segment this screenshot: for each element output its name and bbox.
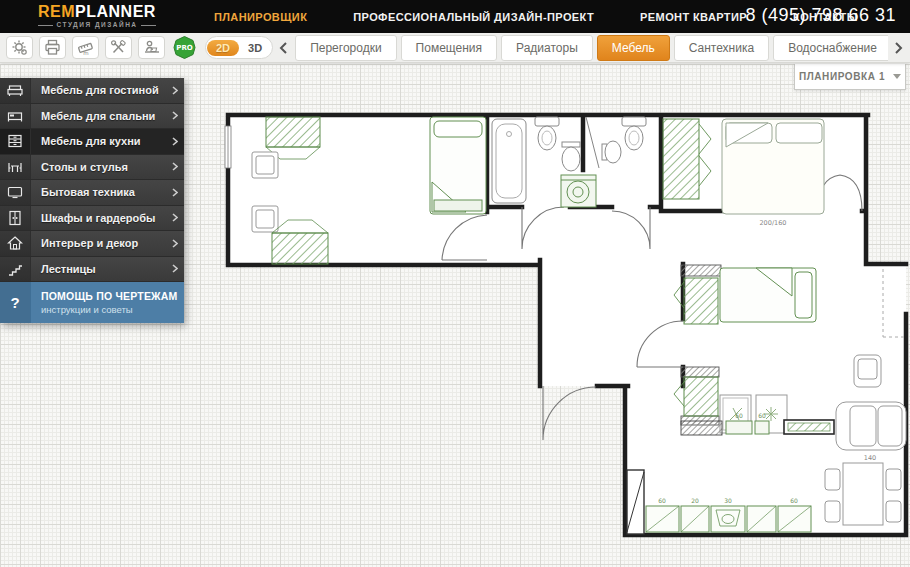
sidebar-item-label: Мебель для кухни — [31, 129, 166, 154]
nav-planner[interactable]: ПЛАНИРОВЩИК — [214, 11, 307, 23]
chevron-right-icon — [894, 42, 903, 54]
ruler-icon: m — [77, 39, 95, 56]
phone-number: 8 (495) 798 66 31 — [745, 5, 896, 26]
kitchen-counter[interactable] — [726, 421, 769, 434]
chevron-right-icon — [166, 206, 184, 231]
chevron-right-icon — [166, 257, 184, 282]
view-3d-button[interactable]: 3D — [239, 40, 271, 56]
sink[interactable] — [562, 142, 580, 171]
drawing-canvas[interactable]: ПЛАНИРОВКА 1 — [0, 64, 910, 567]
view-2d-button[interactable]: 2D — [207, 40, 239, 56]
question-mark-icon: ? — [0, 282, 31, 323]
chevron-right-icon — [166, 155, 184, 180]
counter-dimension-label: 30 — [724, 497, 732, 504]
table-chairs-icon — [0, 155, 31, 180]
help-title: ПОМОЩЬ ПО ЧЕРТЕЖАМ — [41, 290, 184, 302]
side-table[interactable] — [252, 152, 278, 178]
sidebar-item-label: Мебель для спальни — [31, 104, 166, 129]
niche[interactable] — [681, 265, 721, 276]
category-tabs: Перегородки Помещения Радиаторы Мебель С… — [295, 35, 888, 61]
counter-dimension-label: 20 — [691, 497, 699, 504]
sink[interactable] — [602, 141, 621, 163]
bed-dimension-label: 200/160 — [759, 219, 786, 227]
svg-text:PRO: PRO — [176, 44, 193, 52]
pro-icon: PRO — [172, 35, 197, 60]
double-bed[interactable] — [722, 119, 824, 214]
tools-button[interactable] — [105, 36, 132, 59]
single-bed[interactable] — [720, 268, 816, 322]
chevron-right-icon — [166, 129, 184, 154]
nav-design-project[interactable]: ПРОФЕССИОНАЛЬНЫЙ ДИЗАЙН-ПРОЕКТ — [353, 11, 594, 23]
tabs-scroll-left[interactable] — [275, 36, 291, 59]
furniture-sidebar: Мебель для гостиной Мебель для спальни М… — [0, 78, 184, 323]
stove[interactable] — [681, 421, 722, 435]
caret-down-icon — [893, 74, 901, 79]
logo-wordmark: REMPLANNER — [38, 4, 156, 20]
counter-dimension-label: 60 — [658, 497, 666, 504]
bathtub[interactable] — [492, 119, 526, 203]
kitchen-counter[interactable] — [646, 506, 811, 532]
counter-dimension-label: 60 — [735, 412, 743, 419]
logo[interactable]: REMPLANNER СТУДИЯ ДИЗАЙНА — [38, 4, 156, 29]
stairs-icon — [0, 257, 31, 282]
chevron-right-icon — [166, 180, 184, 205]
designer-at-desk-icon — [143, 39, 161, 56]
sidebar-item-label: Мебель для гостиной — [31, 78, 166, 103]
chevron-right-icon — [166, 78, 184, 103]
side-table[interactable] — [252, 206, 278, 232]
sidebar-item-tables-chairs[interactable]: Столы и стулья — [0, 155, 184, 181]
sidebar-item-stairs[interactable]: Лестницы — [0, 257, 184, 283]
sidebar-item-kitchen-furniture[interactable]: Мебель для кухни — [0, 129, 184, 155]
tab-rooms[interactable]: Помещения — [401, 35, 497, 61]
sofa-dimension-label: 140 — [864, 454, 876, 462]
printer-icon — [44, 39, 61, 56]
print-button[interactable] — [39, 36, 66, 59]
chevron-left-icon — [279, 42, 288, 54]
sofa-icon — [0, 78, 31, 103]
tab-furniture[interactable]: Мебель — [597, 35, 670, 61]
tabs-scroll-right[interactable] — [890, 36, 906, 59]
sidebar-item-bedroom-furniture[interactable]: Мебель для спальни — [0, 104, 184, 130]
sidebar-item-label: Бытовая техника — [31, 180, 166, 205]
sidebar-item-interior-decor[interactable]: Интерьер и декор — [0, 231, 184, 257]
designer-button[interactable] — [138, 36, 165, 59]
sidebar-item-label: Шкафы и гардеробы — [31, 206, 166, 231]
armchair[interactable] — [854, 355, 881, 387]
tab-partitions[interactable]: Перегородки — [295, 35, 396, 61]
sidebar-item-label: Интерьер и декор — [31, 231, 166, 256]
layout-selector[interactable]: ПЛАНИРОВКА 1 — [794, 64, 906, 90]
app-header: REMPLANNER СТУДИЯ ДИЗАЙНА ПЛАНИРОВЩИК ПР… — [0, 0, 910, 33]
bed-icon — [0, 104, 31, 129]
washing-machine[interactable] — [561, 175, 596, 207]
sidebar-item-appliances[interactable]: Бытовая техника — [0, 180, 184, 206]
chevron-right-icon — [166, 231, 184, 256]
sidebar-item-wardrobes[interactable]: Шкафы и гардеробы — [0, 206, 184, 232]
logo-tagline: СТУДИЯ ДИЗАЙНА — [38, 22, 156, 29]
tv-icon — [0, 180, 31, 205]
tab-plumbing[interactable]: Сантехника — [674, 35, 769, 61]
svg-text:m: m — [83, 50, 88, 56]
settings-button[interactable] — [6, 36, 33, 59]
counter-dimension-label: 60 — [790, 497, 798, 504]
gear-icon — [11, 39, 28, 56]
pro-badge[interactable]: PRO — [172, 35, 197, 60]
counter-dimension-label: 60 — [758, 412, 766, 419]
balcony-door[interactable] — [627, 470, 644, 534]
window-sill[interactable] — [784, 420, 834, 434]
tab-radiators[interactable]: Радиаторы — [501, 35, 593, 61]
window[interactable] — [225, 126, 231, 168]
kitchen-cabinet-icon — [0, 129, 31, 154]
sofa[interactable] — [836, 402, 906, 450]
toolbar: m PRO 2D 3D Перегородки Помещения Р — [0, 33, 910, 63]
tab-water-supply[interactable]: Водоснабжение — [773, 35, 888, 61]
nav-renovation[interactable]: РЕМОНТ КВАРТИР — [640, 11, 747, 23]
wardrobe-icon — [0, 206, 31, 231]
sidebar-item-label: Лестницы — [31, 257, 166, 282]
sidebar-item-label: Столы и стулья — [31, 155, 166, 180]
sidebar-help-drawings[interactable]: ? ПОМОЩЬ ПО ЧЕРТЕЖАМ инструкции и советы — [0, 282, 184, 323]
sidebar-item-living-room-furniture[interactable]: Мебель для гостиной — [0, 78, 184, 104]
single-bed[interactable] — [430, 117, 486, 214]
home-icon — [0, 231, 31, 256]
help-subtitle: инструкции и советы — [41, 304, 184, 315]
measure-button[interactable]: m — [72, 36, 99, 59]
